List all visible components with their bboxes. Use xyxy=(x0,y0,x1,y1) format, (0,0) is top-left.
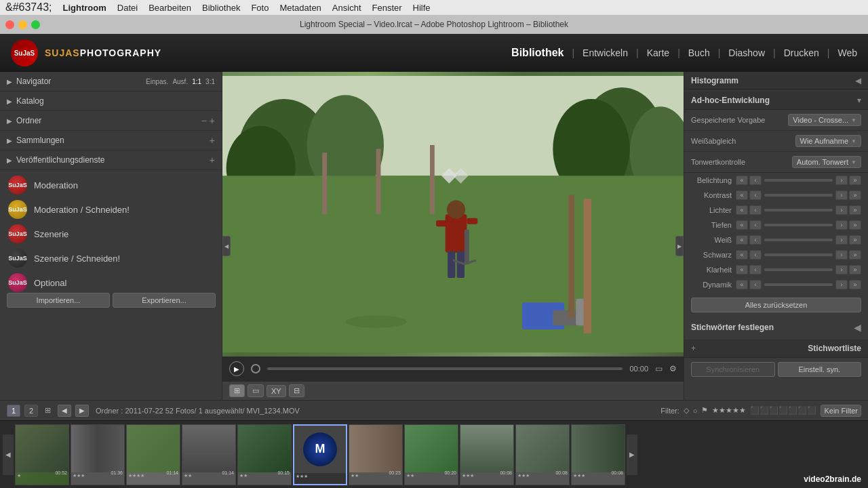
weiss-left2[interactable]: « xyxy=(736,235,748,245)
dynamik-right1[interactable]: › xyxy=(835,280,848,289)
collection-moderation[interactable]: SuJaS Moderation xyxy=(0,173,222,197)
nav-buch[interactable]: Buch xyxy=(688,47,710,58)
einstell-button[interactable]: Einstell. syn. xyxy=(778,362,862,377)
lichter-left2[interactable]: « xyxy=(736,205,748,215)
film-item-9[interactable]: ★★★ 00:08 xyxy=(515,424,570,485)
kontrast-track[interactable] xyxy=(764,194,833,197)
filter-select[interactable]: Kein Filter xyxy=(821,405,861,417)
screen-icon[interactable]: ▭ xyxy=(655,364,663,373)
minimize-button[interactable] xyxy=(18,20,27,29)
importieren-button[interactable]: Importieren... xyxy=(7,293,110,308)
tiefen-right2[interactable]: » xyxy=(849,220,861,230)
weiss-left1[interactable]: ‹ xyxy=(749,235,762,245)
tiefen-right1[interactable]: › xyxy=(835,220,848,230)
weiss-track[interactable] xyxy=(764,239,833,241)
film-item-1[interactable]: ★★★ 01:36 xyxy=(71,424,125,485)
film-item-3[interactable]: ★★ 01:14 xyxy=(182,424,236,485)
dynamik-left2[interactable]: « xyxy=(736,280,748,289)
schwarz-track[interactable] xyxy=(764,253,833,256)
nav-drucken[interactable]: Drucken xyxy=(784,47,819,58)
schwarz-right2[interactable]: » xyxy=(849,250,861,260)
kontrast-left2[interactable]: « xyxy=(736,190,748,200)
ordner-plus[interactable]: + xyxy=(210,115,215,126)
synchronisieren-button[interactable]: Synchronisieren xyxy=(691,362,775,377)
adhoc-collapse-icon[interactable]: ▾ xyxy=(857,96,861,105)
klarheit-left1[interactable]: ‹ xyxy=(749,265,762,274)
kontrast-right2[interactable]: » xyxy=(849,190,861,200)
belichtung-right1[interactable]: › xyxy=(835,176,848,185)
lichter-track[interactable] xyxy=(764,209,833,211)
histogram-collapse-icon[interactable]: ◀ xyxy=(855,76,861,85)
lichter-right1[interactable]: › xyxy=(835,205,848,215)
nav-einpas[interactable]: Einpas. xyxy=(146,78,168,85)
veroeffentlichung-header[interactable]: ▶ Veröffentlichungsdienste + xyxy=(0,150,222,169)
schwarz-left2[interactable]: « xyxy=(736,250,748,260)
tiefen-track[interactable] xyxy=(764,224,833,226)
kontrast-right1[interactable]: › xyxy=(835,190,848,200)
video-progress-bar[interactable] xyxy=(267,367,623,370)
schwarz-left1[interactable]: ‹ xyxy=(749,250,762,260)
nav-ausf[interactable]: Ausf. xyxy=(172,78,188,85)
menu-hilfe[interactable]: Hilfe xyxy=(413,3,431,13)
maximize-button[interactable] xyxy=(31,20,40,29)
collection-szenerie-schneiden[interactable]: SuJaS Szenerie / Schneiden! xyxy=(0,246,222,270)
play-button[interactable]: ▶ xyxy=(229,361,244,376)
film-item-0[interactable]: ★ 00:52 xyxy=(15,424,69,485)
reset-button[interactable]: Alles zurücksetzen xyxy=(691,298,861,312)
nav-3-1[interactable]: 3:1 xyxy=(205,78,215,85)
klarheit-left2[interactable]: « xyxy=(736,265,748,274)
grid-view-button[interactable]: ⊞ xyxy=(229,384,245,397)
keywords-icon[interactable]: ◀ xyxy=(854,322,861,333)
page-2[interactable]: 2 xyxy=(24,405,38,417)
film-item-5-selected[interactable]: M ★★★ xyxy=(293,424,347,485)
tiefen-left2[interactable]: « xyxy=(736,220,748,230)
prev-button[interactable]: ◀ xyxy=(58,405,71,417)
page-1[interactable]: 1 xyxy=(7,405,20,417)
katalog-header[interactable]: ▶ Katalog xyxy=(0,92,222,110)
next-button[interactable]: ▶ xyxy=(75,405,89,417)
belichtung-right2[interactable]: » xyxy=(849,176,861,185)
nav-diashow[interactable]: Diashow xyxy=(728,47,765,58)
klarheit-right2[interactable]: » xyxy=(849,265,861,274)
weiss-right2[interactable]: » xyxy=(849,235,861,245)
lichter-left1[interactable]: ‹ xyxy=(749,205,762,215)
kontrast-left1[interactable]: ‹ xyxy=(749,190,762,200)
film-item-6[interactable]: ★★ 00:23 xyxy=(349,424,403,485)
menu-datei[interactable]: Datei xyxy=(117,3,138,13)
sammlungen-plus[interactable]: + xyxy=(210,135,215,146)
klarheit-right1[interactable]: › xyxy=(835,265,848,274)
lichter-right2[interactable]: » xyxy=(849,205,861,215)
menu-metadaten[interactable]: Metadaten xyxy=(279,3,321,13)
apple-menu[interactable]: &#63743; xyxy=(5,1,52,14)
weissabgleich-dropdown[interactable]: Wie Aufnahme ▼ xyxy=(795,135,861,147)
menu-ansicht[interactable]: Ansicht xyxy=(332,3,361,13)
film-item-10[interactable]: ★★★ 00:08 xyxy=(571,424,625,485)
collection-moderation-schneiden[interactable]: SuJaS Moderation / Schneiden! xyxy=(0,197,222,222)
window-controls[interactable] xyxy=(5,20,40,29)
collection-szenerie[interactable]: SuJaS Szenerie xyxy=(0,222,222,246)
dynamik-right2[interactable]: » xyxy=(849,280,861,289)
navigator-header[interactable]: ▶ Navigator Einpas. Ausf. 1:1 3:1 xyxy=(0,72,222,91)
film-item-8[interactable]: ★★★ 00:08 xyxy=(460,424,514,485)
menu-fenster[interactable]: Fenster xyxy=(372,3,402,13)
compare-view-button[interactable]: XY xyxy=(267,385,286,397)
klarheit-track[interactable] xyxy=(764,268,833,271)
tiefen-left1[interactable]: ‹ xyxy=(749,220,762,230)
nav-bibliothek[interactable]: Bibliothek xyxy=(511,47,564,59)
dynamik-track[interactable] xyxy=(764,283,833,286)
schwarz-right1[interactable]: › xyxy=(835,250,848,260)
expand-left-panel[interactable]: ◀ xyxy=(222,236,231,256)
exportieren-button[interactable]: Exportieren... xyxy=(113,293,216,308)
sammlungen-header[interactable]: ▶ Sammlungen + xyxy=(0,131,222,150)
menu-foto[interactable]: Foto xyxy=(251,3,269,13)
veroeffentlichung-plus[interactable]: + xyxy=(210,155,215,165)
dynamik-left1[interactable]: ‹ xyxy=(749,280,762,289)
survey-view-button[interactable]: ⊟ xyxy=(289,384,304,397)
belichtung-left1[interactable]: ‹ xyxy=(749,176,762,185)
preset-dropdown[interactable]: Video - Crosse... ▼ xyxy=(788,114,861,126)
film-item-2[interactable]: ★★★★ 01:14 xyxy=(126,424,180,485)
nav-web[interactable]: Web xyxy=(837,47,857,58)
belichtung-left2[interactable]: « xyxy=(736,176,748,185)
belichtung-track[interactable] xyxy=(764,179,833,182)
film-item-7[interactable]: ★★ 00:20 xyxy=(404,424,458,485)
